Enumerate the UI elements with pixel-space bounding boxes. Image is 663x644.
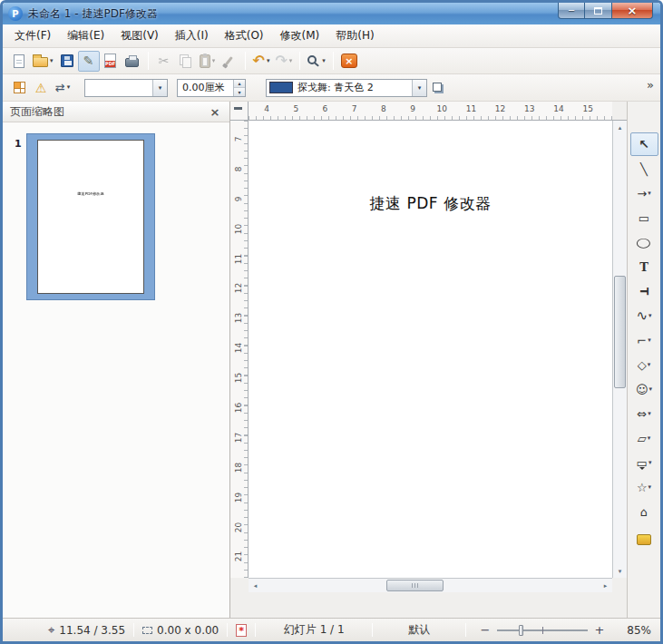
- menu-item[interactable]: 格式(O): [217, 24, 272, 47]
- line-tool[interactable]: ╲ ▾: [630, 157, 658, 181]
- redo-button[interactable]: ↷▾: [272, 51, 295, 72]
- zoom-button[interactable]: ▾: [305, 51, 328, 72]
- tool-icon: ⌂: [640, 506, 648, 518]
- menu-item[interactable]: 帮助(H): [327, 24, 382, 47]
- open-button[interactable]: ▾: [30, 51, 56, 72]
- horizontal-scroll-thumb[interactable]: [386, 580, 444, 591]
- line-width-input[interactable]: 0.00厘米 ▴ ▾: [177, 79, 246, 97]
- warning-button[interactable]: ⚠: [30, 77, 52, 98]
- save-button[interactable]: [56, 51, 78, 72]
- block-arrows-tool[interactable]: ⇔ ▾: [630, 402, 658, 425]
- copy-button[interactable]: [175, 51, 197, 72]
- statusbar-divider: [372, 623, 373, 637]
- vertical-text-tool[interactable]: T ▾: [630, 279, 658, 303]
- menu-item[interactable]: 文件(F): [6, 24, 59, 47]
- new-document-button[interactable]: [8, 51, 30, 72]
- toolbar-overflow-button[interactable]: »: [647, 79, 654, 91]
- zoom-slider-thumb[interactable]: [519, 625, 523, 636]
- curve-tool[interactable]: ∿ ▾: [630, 304, 658, 327]
- spinner-buttons: ▴ ▾: [233, 80, 245, 96]
- rectangle-tool[interactable]: ▭ ▾: [630, 206, 658, 229]
- drawing-toolbar: ↖ ▾ ╲ ▾ → ▾ ▭ ▾ ◯ ▾ T ▾ T: [627, 102, 660, 618]
- tool-icon: ▭: [639, 212, 649, 224]
- select-tool[interactable]: ↖ ▾: [630, 132, 658, 156]
- zoom-level[interactable]: 85%: [613, 624, 651, 637]
- horizontal-ruler[interactable]: 456789101112131415: [249, 102, 612, 121]
- maximize-button[interactable]: [585, 3, 611, 19]
- position-icon: ⌖: [48, 624, 54, 636]
- close-button[interactable]: ×: [611, 3, 653, 19]
- vertical-scroll-track[interactable]: [613, 134, 627, 564]
- clone-formatting-button[interactable]: [219, 51, 240, 72]
- zoom-center-notch: [542, 627, 543, 634]
- shadow-button[interactable]: [427, 77, 449, 98]
- connector-tool[interactable]: ⌐ ▾: [630, 328, 658, 352]
- document-canvas[interactable]: 捷速 PDF 修改器: [249, 121, 612, 578]
- stars-tool[interactable]: ☆ ▾: [630, 475, 658, 499]
- polygon-tool[interactable]: ⌂ ▾: [630, 500, 658, 523]
- ruler-number: 12: [486, 102, 515, 120]
- scroll-right-arrow[interactable]: ▸: [599, 579, 612, 592]
- export-pdf-button[interactable]: PDF: [100, 51, 122, 72]
- vertical-ruler[interactable]: 789101112131415161718192021: [230, 121, 249, 578]
- undo-button[interactable]: ↶▾: [250, 51, 273, 72]
- printer-icon: [125, 58, 139, 67]
- window-controls: ─ ×: [558, 3, 653, 19]
- scroll-down-arrow[interactable]: ▾: [613, 564, 627, 578]
- page-style[interactable]: 默认: [381, 622, 457, 638]
- workarea-bottom-filler: [230, 592, 627, 618]
- vertical-scroll-thumb[interactable]: [614, 276, 626, 387]
- object-size-icon: [142, 627, 152, 634]
- dropdown-arrow-icon: ▾: [648, 435, 651, 442]
- gallery-icon[interactable]: [637, 534, 651, 545]
- horizontal-scrollbar[interactable]: ◂ ▸: [249, 578, 612, 592]
- fill-color-dropdown-button[interactable]: ▾: [412, 80, 426, 96]
- paste-button[interactable]: ▾: [197, 51, 219, 72]
- tool-icon: ⌐: [637, 335, 647, 346]
- panel-close-button[interactable]: ×: [208, 105, 222, 119]
- scroll-up-arrow[interactable]: ▴: [613, 121, 627, 134]
- flowchart-tool[interactable]: ▱ ▾: [630, 426, 658, 450]
- ruler-number: 17: [230, 429, 249, 446]
- vertical-scrollbar[interactable]: ▴ ▾: [612, 121, 627, 578]
- zoom-out-button[interactable]: −: [479, 623, 492, 637]
- undo-arrow-icon: ↶: [253, 54, 265, 68]
- basic-shapes-tool[interactable]: ◇ ▾: [630, 353, 658, 376]
- print-button[interactable]: [122, 51, 143, 72]
- line-style-dropdown-button[interactable]: ▾: [152, 80, 167, 96]
- text-tool[interactable]: T ▾: [630, 255, 658, 278]
- cut-button[interactable]: ✂: [153, 51, 175, 72]
- line-arrow-tool[interactable]: → ▾: [630, 181, 658, 205]
- warning-icon: ⚠: [35, 82, 47, 94]
- menu-item[interactable]: 视图(V): [112, 24, 167, 47]
- minimize-button[interactable]: ─: [558, 3, 585, 19]
- decrement-button[interactable]: ▾: [234, 87, 245, 96]
- arrow-style-button[interactable]: ⇄▾: [52, 77, 73, 98]
- menu-item[interactable]: 插入(I): [167, 24, 217, 47]
- line-width-value: 0.00厘米: [178, 80, 233, 96]
- line-style-select[interactable]: ▾: [84, 79, 168, 97]
- page-thumbnail[interactable]: 捷速PDF修改器: [26, 133, 155, 300]
- exit-button[interactable]: ×: [338, 51, 360, 72]
- ruler-number: 16: [230, 399, 249, 416]
- horizontal-scroll-track[interactable]: [262, 579, 599, 592]
- callouts-tool[interactable]: ▭ ▾: [630, 451, 658, 474]
- symbol-shapes-tool[interactable]: ☺ ▾: [630, 377, 658, 401]
- pdf-label: PDF: [105, 61, 115, 67]
- menu-item[interactable]: 编辑(E): [59, 24, 112, 47]
- edit-mode-button[interactable]: ✎: [78, 51, 100, 72]
- table-button[interactable]: [8, 77, 30, 98]
- ruler-number: 9: [230, 190, 249, 208]
- increment-button[interactable]: ▴: [234, 80, 245, 88]
- ellipse-tool[interactable]: ◯ ▾: [630, 230, 658, 254]
- dropdown-arrow-icon: ▾: [289, 58, 293, 64]
- zoom-in-button[interactable]: +: [593, 623, 606, 637]
- menu-item[interactable]: 修改(M): [272, 24, 328, 47]
- ruler-number: 20: [230, 519, 249, 536]
- titlebar[interactable]: P 未命名 1 - 捷速PDF修改器 ─ ×: [3, 3, 660, 24]
- menubar: 文件(F)编辑(E)视图(V)插入(I)格式(O)修改(M)帮助(H): [3, 24, 660, 48]
- fill-color-select[interactable]: 探戈舞: 青天色 2 ▾: [266, 79, 427, 97]
- scroll-left-arrow[interactable]: ◂: [249, 579, 262, 592]
- zoom-slider[interactable]: [497, 629, 588, 631]
- thumbnail-page: 捷速PDF修改器: [37, 140, 144, 294]
